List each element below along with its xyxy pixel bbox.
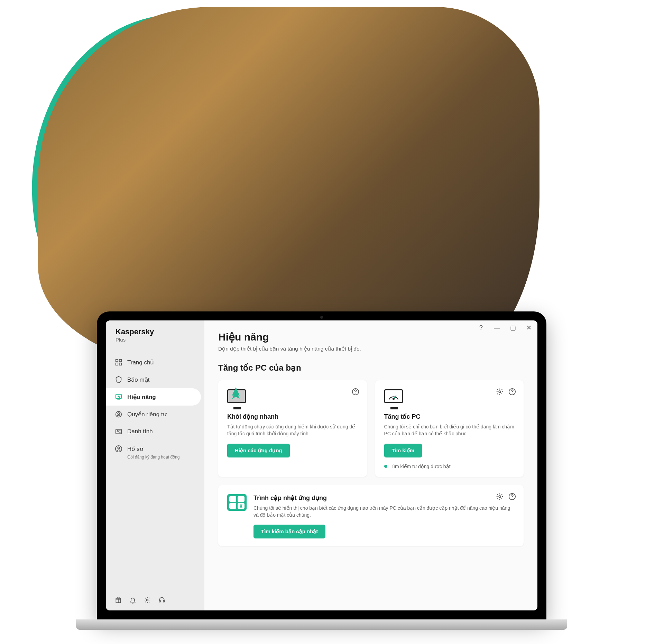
brand-block: Kaspersky Plus bbox=[106, 327, 204, 352]
maximize-icon[interactable]: ▢ bbox=[510, 325, 516, 331]
nav-performance[interactable]: Hiệu năng bbox=[106, 388, 201, 406]
app-window: ? — ▢ ✕ Kaspersky Plus Trang chủ Bảo mật bbox=[106, 320, 537, 610]
svg-point-16 bbox=[147, 599, 148, 601]
svg-rect-8 bbox=[116, 429, 122, 434]
brand-tier: Plus bbox=[116, 337, 195, 343]
shield-icon bbox=[115, 376, 122, 383]
nav-privacy[interactable]: Quyền riêng tư bbox=[106, 406, 201, 423]
close-icon[interactable]: ✕ bbox=[526, 325, 532, 331]
nav-label: Hiệu năng bbox=[127, 393, 156, 401]
help-circle-icon[interactable] bbox=[352, 388, 359, 396]
headset-icon[interactable] bbox=[158, 597, 165, 604]
grid-icon bbox=[115, 359, 122, 366]
card-app-updater: Trình cập nhật ứng dụng Chúng tôi sẽ hiể… bbox=[218, 485, 524, 546]
svg-rect-0 bbox=[116, 360, 118, 362]
laptop-camera bbox=[320, 316, 323, 319]
brand-name: Kaspersky bbox=[116, 327, 195, 336]
card-speed-up-pc: Tăng tốc PC Chúng tôi sẽ chỉ cho bạn biế… bbox=[375, 380, 524, 477]
nav-profile-sub: Gói đăng ký đang hoạt động bbox=[127, 455, 204, 460]
bell-icon[interactable] bbox=[129, 597, 136, 604]
gift-icon[interactable] bbox=[115, 597, 122, 604]
page-subtitle: Dọn dẹp thiết bị của bạn và tăng hiệu nă… bbox=[218, 346, 524, 352]
nav-label: Trang chủ bbox=[127, 359, 154, 366]
nav-label: Danh tính bbox=[127, 428, 153, 435]
card-desc: Tắt tự động chạy các ứng dụng hiếm khi đ… bbox=[227, 423, 358, 437]
help-icon[interactable]: ? bbox=[478, 325, 484, 331]
nav-identity[interactable]: Danh tính bbox=[106, 423, 201, 440]
sidebar-bottom bbox=[106, 590, 204, 610]
search-button[interactable]: Tìm kiếm bbox=[384, 444, 422, 457]
card-title: Khởi động nhanh bbox=[227, 413, 358, 420]
minimize-icon[interactable]: — bbox=[494, 325, 500, 331]
nav-label: Hồ sơ bbox=[127, 445, 143, 453]
search-updates-button[interactable]: Tìm kiếm bản cập nhật bbox=[253, 525, 325, 538]
nav-label: Bảo mật bbox=[127, 376, 149, 383]
nav: Trang chủ Bảo mật Hiệu năng Quyền riêng … bbox=[106, 352, 204, 590]
section-title: Tăng tốc PC của bạn bbox=[218, 363, 524, 373]
gauge-monitor-icon bbox=[384, 389, 404, 407]
svg-point-9 bbox=[117, 430, 118, 432]
window-titlebar: ? — ▢ ✕ bbox=[478, 325, 532, 331]
svg-point-25 bbox=[393, 398, 394, 400]
sidebar: Kaspersky Plus Trang chủ Bảo mật Hiệu nă… bbox=[106, 320, 204, 610]
privacy-icon bbox=[115, 410, 122, 418]
app-updater-icon bbox=[227, 494, 247, 511]
svg-point-7 bbox=[118, 412, 120, 415]
svg-point-21 bbox=[499, 391, 501, 393]
nav-home[interactable]: Trang chủ bbox=[106, 354, 201, 371]
status-dot-icon bbox=[384, 465, 387, 468]
id-card-icon bbox=[115, 428, 122, 435]
status-text: Tìm kiếm tự động được bật bbox=[391, 464, 451, 469]
gear-icon[interactable] bbox=[496, 388, 504, 396]
rocket-monitor-icon bbox=[227, 389, 247, 407]
card-title: Trình cập nhật ứng dụng bbox=[253, 494, 515, 502]
svg-point-13 bbox=[118, 447, 120, 449]
card-title: Tăng tốc PC bbox=[384, 413, 515, 420]
help-circle-icon[interactable] bbox=[508, 493, 516, 500]
monitor-speed-icon bbox=[115, 393, 122, 401]
laptop-base bbox=[76, 619, 567, 630]
card-desc: Chúng tôi sẽ chỉ cho bạn biết điều gì có… bbox=[384, 423, 515, 437]
show-apps-button[interactable]: Hiện các ứng dụng bbox=[227, 444, 290, 457]
svg-point-26 bbox=[499, 496, 501, 498]
svg-rect-2 bbox=[116, 363, 118, 365]
svg-rect-3 bbox=[119, 363, 121, 365]
card-desc: Chúng tôi sẽ hiển thị cho bạn biết các ứ… bbox=[253, 505, 515, 519]
svg-rect-17 bbox=[159, 600, 160, 602]
laptop-frame: ? — ▢ ✕ Kaspersky Plus Trang chủ Bảo mật bbox=[97, 311, 546, 619]
svg-rect-18 bbox=[163, 600, 164, 602]
nav-security[interactable]: Bảo mật bbox=[106, 371, 201, 388]
page-title: Hiệu năng bbox=[218, 331, 524, 343]
gear-icon[interactable] bbox=[496, 493, 504, 500]
user-circle-icon bbox=[115, 445, 122, 453]
svg-rect-1 bbox=[119, 360, 121, 362]
auto-search-status: Tìm kiếm tự động được bật bbox=[384, 464, 515, 469]
help-circle-icon[interactable] bbox=[508, 388, 516, 396]
nav-label: Quyền riêng tư bbox=[127, 411, 167, 418]
main-panel: Hiệu năng Dọn dẹp thiết bị của bạn và tă… bbox=[204, 320, 537, 610]
gear-icon[interactable] bbox=[144, 597, 151, 604]
card-quick-startup: Khởi động nhanh Tắt tự động chạy các ứng… bbox=[218, 380, 367, 477]
